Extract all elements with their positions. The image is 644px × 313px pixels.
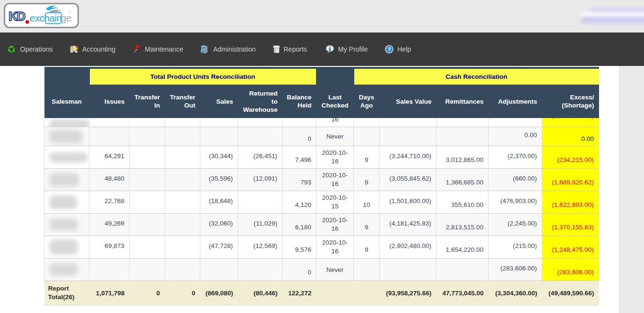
- svg-text:exchain: exchain: [30, 12, 62, 23]
- svg-text:KD: KD: [9, 9, 25, 23]
- svg-text:ge: ge: [61, 12, 71, 23]
- svg-text:?: ?: [387, 46, 391, 52]
